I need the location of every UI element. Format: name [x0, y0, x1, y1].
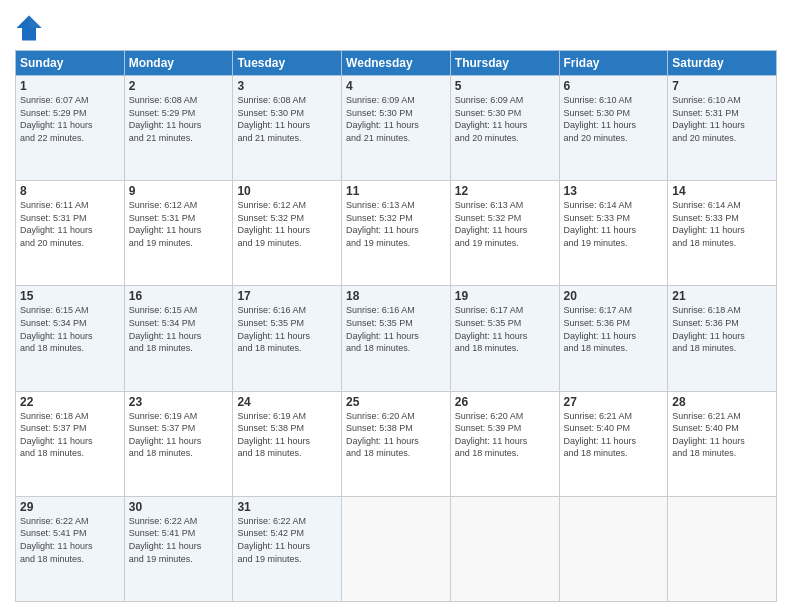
- calendar-week-row: 29Sunrise: 6:22 AMSunset: 5:41 PMDayligh…: [16, 496, 777, 601]
- day-info: Sunrise: 6:22 AMSunset: 5:41 PMDaylight:…: [129, 515, 229, 565]
- svg-marker-1: [29, 15, 42, 28]
- calendar-day: 17Sunrise: 6:16 AMSunset: 5:35 PMDayligh…: [233, 286, 342, 391]
- day-number: 8: [20, 184, 120, 198]
- day-number: 11: [346, 184, 446, 198]
- day-number: 18: [346, 289, 446, 303]
- day-info: Sunrise: 6:12 AMSunset: 5:31 PMDaylight:…: [129, 199, 229, 249]
- calendar-empty: [342, 496, 451, 601]
- calendar-day: 13Sunrise: 6:14 AMSunset: 5:33 PMDayligh…: [559, 181, 668, 286]
- calendar-empty: [559, 496, 668, 601]
- page: SundayMondayTuesdayWednesdayThursdayFrid…: [0, 0, 792, 612]
- calendar-day: 9Sunrise: 6:12 AMSunset: 5:31 PMDaylight…: [124, 181, 233, 286]
- logo-icon: [15, 14, 43, 42]
- day-number: 16: [129, 289, 229, 303]
- calendar-day: 25Sunrise: 6:20 AMSunset: 5:38 PMDayligh…: [342, 391, 451, 496]
- day-info: Sunrise: 6:21 AMSunset: 5:40 PMDaylight:…: [672, 410, 772, 460]
- day-number: 25: [346, 395, 446, 409]
- day-header-friday: Friday: [559, 51, 668, 76]
- day-info: Sunrise: 6:18 AMSunset: 5:36 PMDaylight:…: [672, 304, 772, 354]
- day-info: Sunrise: 6:22 AMSunset: 5:41 PMDaylight:…: [20, 515, 120, 565]
- day-number: 24: [237, 395, 337, 409]
- day-number: 15: [20, 289, 120, 303]
- day-info: Sunrise: 6:22 AMSunset: 5:42 PMDaylight:…: [237, 515, 337, 565]
- calendar-day: 29Sunrise: 6:22 AMSunset: 5:41 PMDayligh…: [16, 496, 125, 601]
- calendar-day: 15Sunrise: 6:15 AMSunset: 5:34 PMDayligh…: [16, 286, 125, 391]
- calendar-table: SundayMondayTuesdayWednesdayThursdayFrid…: [15, 50, 777, 602]
- calendar-week-row: 22Sunrise: 6:18 AMSunset: 5:37 PMDayligh…: [16, 391, 777, 496]
- calendar-day: 30Sunrise: 6:22 AMSunset: 5:41 PMDayligh…: [124, 496, 233, 601]
- day-info: Sunrise: 6:10 AMSunset: 5:30 PMDaylight:…: [564, 94, 664, 144]
- day-info: Sunrise: 6:18 AMSunset: 5:37 PMDaylight:…: [20, 410, 120, 460]
- calendar-day: 23Sunrise: 6:19 AMSunset: 5:37 PMDayligh…: [124, 391, 233, 496]
- day-header-tuesday: Tuesday: [233, 51, 342, 76]
- calendar-day: 28Sunrise: 6:21 AMSunset: 5:40 PMDayligh…: [668, 391, 777, 496]
- calendar-day: 14Sunrise: 6:14 AMSunset: 5:33 PMDayligh…: [668, 181, 777, 286]
- calendar-day: 6Sunrise: 6:10 AMSunset: 5:30 PMDaylight…: [559, 76, 668, 181]
- day-info: Sunrise: 6:19 AMSunset: 5:38 PMDaylight:…: [237, 410, 337, 460]
- calendar-day: 5Sunrise: 6:09 AMSunset: 5:30 PMDaylight…: [450, 76, 559, 181]
- day-info: Sunrise: 6:20 AMSunset: 5:38 PMDaylight:…: [346, 410, 446, 460]
- calendar-week-row: 1Sunrise: 6:07 AMSunset: 5:29 PMDaylight…: [16, 76, 777, 181]
- day-info: Sunrise: 6:13 AMSunset: 5:32 PMDaylight:…: [455, 199, 555, 249]
- day-info: Sunrise: 6:16 AMSunset: 5:35 PMDaylight:…: [346, 304, 446, 354]
- day-info: Sunrise: 6:16 AMSunset: 5:35 PMDaylight:…: [237, 304, 337, 354]
- day-info: Sunrise: 6:08 AMSunset: 5:29 PMDaylight:…: [129, 94, 229, 144]
- day-number: 28: [672, 395, 772, 409]
- calendar-week-row: 8Sunrise: 6:11 AMSunset: 5:31 PMDaylight…: [16, 181, 777, 286]
- day-info: Sunrise: 6:10 AMSunset: 5:31 PMDaylight:…: [672, 94, 772, 144]
- day-header-wednesday: Wednesday: [342, 51, 451, 76]
- calendar-day: 22Sunrise: 6:18 AMSunset: 5:37 PMDayligh…: [16, 391, 125, 496]
- calendar-day: 16Sunrise: 6:15 AMSunset: 5:34 PMDayligh…: [124, 286, 233, 391]
- header-row: SundayMondayTuesdayWednesdayThursdayFrid…: [16, 51, 777, 76]
- calendar-day: 4Sunrise: 6:09 AMSunset: 5:30 PMDaylight…: [342, 76, 451, 181]
- day-info: Sunrise: 6:09 AMSunset: 5:30 PMDaylight:…: [455, 94, 555, 144]
- calendar-day: 10Sunrise: 6:12 AMSunset: 5:32 PMDayligh…: [233, 181, 342, 286]
- day-number: 2: [129, 79, 229, 93]
- day-info: Sunrise: 6:20 AMSunset: 5:39 PMDaylight:…: [455, 410, 555, 460]
- day-number: 26: [455, 395, 555, 409]
- calendar-day: 19Sunrise: 6:17 AMSunset: 5:35 PMDayligh…: [450, 286, 559, 391]
- calendar-day: 21Sunrise: 6:18 AMSunset: 5:36 PMDayligh…: [668, 286, 777, 391]
- day-number: 23: [129, 395, 229, 409]
- day-info: Sunrise: 6:09 AMSunset: 5:30 PMDaylight:…: [346, 94, 446, 144]
- calendar-day: 27Sunrise: 6:21 AMSunset: 5:40 PMDayligh…: [559, 391, 668, 496]
- day-header-sunday: Sunday: [16, 51, 125, 76]
- day-number: 21: [672, 289, 772, 303]
- calendar-day: 7Sunrise: 6:10 AMSunset: 5:31 PMDaylight…: [668, 76, 777, 181]
- calendar-empty: [668, 496, 777, 601]
- day-info: Sunrise: 6:17 AMSunset: 5:36 PMDaylight:…: [564, 304, 664, 354]
- day-info: Sunrise: 6:11 AMSunset: 5:31 PMDaylight:…: [20, 199, 120, 249]
- calendar-day: 1Sunrise: 6:07 AMSunset: 5:29 PMDaylight…: [16, 76, 125, 181]
- calendar-day: 26Sunrise: 6:20 AMSunset: 5:39 PMDayligh…: [450, 391, 559, 496]
- day-number: 7: [672, 79, 772, 93]
- day-header-thursday: Thursday: [450, 51, 559, 76]
- day-number: 20: [564, 289, 664, 303]
- day-info: Sunrise: 6:08 AMSunset: 5:30 PMDaylight:…: [237, 94, 337, 144]
- day-number: 4: [346, 79, 446, 93]
- day-info: Sunrise: 6:14 AMSunset: 5:33 PMDaylight:…: [672, 199, 772, 249]
- day-info: Sunrise: 6:07 AMSunset: 5:29 PMDaylight:…: [20, 94, 120, 144]
- day-number: 3: [237, 79, 337, 93]
- calendar-week-row: 15Sunrise: 6:15 AMSunset: 5:34 PMDayligh…: [16, 286, 777, 391]
- day-number: 19: [455, 289, 555, 303]
- header: [15, 10, 777, 42]
- day-number: 12: [455, 184, 555, 198]
- day-number: 27: [564, 395, 664, 409]
- calendar-header: SundayMondayTuesdayWednesdayThursdayFrid…: [16, 51, 777, 76]
- calendar-empty: [450, 496, 559, 601]
- day-info: Sunrise: 6:14 AMSunset: 5:33 PMDaylight:…: [564, 199, 664, 249]
- day-number: 13: [564, 184, 664, 198]
- day-info: Sunrise: 6:21 AMSunset: 5:40 PMDaylight:…: [564, 410, 664, 460]
- day-info: Sunrise: 6:15 AMSunset: 5:34 PMDaylight:…: [129, 304, 229, 354]
- day-number: 1: [20, 79, 120, 93]
- calendar-day: 24Sunrise: 6:19 AMSunset: 5:38 PMDayligh…: [233, 391, 342, 496]
- day-info: Sunrise: 6:12 AMSunset: 5:32 PMDaylight:…: [237, 199, 337, 249]
- day-header-saturday: Saturday: [668, 51, 777, 76]
- day-info: Sunrise: 6:19 AMSunset: 5:37 PMDaylight:…: [129, 410, 229, 460]
- day-number: 9: [129, 184, 229, 198]
- day-info: Sunrise: 6:17 AMSunset: 5:35 PMDaylight:…: [455, 304, 555, 354]
- day-number: 10: [237, 184, 337, 198]
- day-number: 17: [237, 289, 337, 303]
- day-number: 14: [672, 184, 772, 198]
- day-number: 5: [455, 79, 555, 93]
